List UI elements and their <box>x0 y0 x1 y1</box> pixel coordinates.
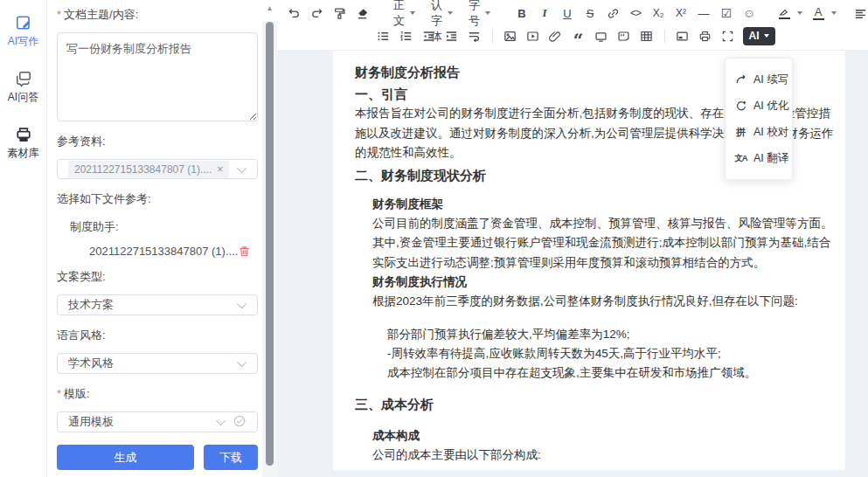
doc-subheading: 财务制度框架 <box>372 195 839 214</box>
superscript-button[interactable]: X² <box>670 3 691 24</box>
ai-optimize-icon <box>734 100 747 112</box>
undo-button[interactable] <box>283 3 304 24</box>
doc-type-value: 技术方案 <box>68 297 240 313</box>
align-button[interactable] <box>850 3 868 24</box>
delete-file-button[interactable] <box>238 245 251 260</box>
template-label: *模版: <box>57 386 258 402</box>
ai-proofread-icon: 拼 <box>734 126 747 139</box>
panel-layout-button[interactable] <box>672 26 693 46</box>
font-color-bar <box>813 18 824 21</box>
font-family-select[interactable]: 默认字体 <box>423 3 461 24</box>
code-block-button[interactable] <box>591 26 612 46</box>
annotation-button[interactable] <box>614 26 635 46</box>
caret-down-icon[interactable] <box>797 11 802 15</box>
clear-format-icon[interactable] <box>351 3 372 24</box>
paragraph-style-select[interactable]: 正文 <box>385 3 423 24</box>
strikethrough-button[interactable]: S <box>580 3 601 24</box>
toolbar-separator <box>492 30 493 43</box>
doc-type-label: 文案类型: <box>57 269 258 285</box>
insert-video-button[interactable] <box>523 26 544 46</box>
link-button[interactable] <box>602 3 623 24</box>
library-icon <box>15 126 32 143</box>
caret-down-icon[interactable] <box>831 11 837 15</box>
subscript-button[interactable]: X₂ <box>648 3 669 24</box>
app-window: AI写作 AI问答 素材库 *文档主题/内容: <box>0 0 868 477</box>
topic-label: *文档主题/内容: <box>57 7 258 23</box>
panel-scrollbar[interactable]: ▲ <box>262 0 277 477</box>
doc-type-select[interactable]: 技术方案 <box>57 294 258 315</box>
language-style-select[interactable]: 学术风格 <box>57 353 258 374</box>
menu-item-ai-translate[interactable]: 文A AI 翻译 <box>726 145 792 171</box>
fullscreen-button[interactable] <box>718 26 739 46</box>
toolbar-row-1: 正文 默认字体 字号 B I U S <> X₂ <box>282 2 865 24</box>
bullet-list-button[interactable] <box>373 26 394 46</box>
sidebar-item-label: AI问答 <box>8 90 38 105</box>
menu-item-ai-proofread[interactable]: 拼 AI 校对 <box>726 119 792 145</box>
menu-item-label: AI 校对 <box>753 125 788 140</box>
doc-subheading: 成本构成 <box>372 426 839 446</box>
indent-button[interactable] <box>441 26 462 46</box>
file-group-label: 制度助手: <box>70 219 258 235</box>
ai-dropdown-menu: AI 续写 AI 优化 拼 AI 校对 文A AI 翻译 <box>725 58 793 180</box>
ai-menu-button[interactable]: AI <box>743 27 775 45</box>
font-color-button[interactable]: A <box>808 3 829 24</box>
redo-button[interactable] <box>306 3 327 24</box>
scrollbar-up-arrow[interactable]: ▲ <box>262 0 277 21</box>
download-button[interactable]: 下载 <box>204 445 258 470</box>
text-wrap-button[interactable] <box>464 26 485 46</box>
code-button[interactable]: <> <box>625 3 646 24</box>
bold-button[interactable]: B <box>511 3 532 24</box>
task-checkbox-button[interactable]: ☑ <box>716 3 737 24</box>
format-painter-button[interactable] <box>329 3 350 24</box>
sidebar-item-ai-writing[interactable]: AI写作 <box>8 14 38 49</box>
blockquote-button[interactable]: “ <box>568 26 589 46</box>
reference-label: 参考资料: <box>57 134 258 149</box>
toolbar-separator <box>664 30 665 43</box>
sidebar-item-ai-qa[interactable]: AI问答 <box>8 70 38 105</box>
reference-select[interactable]: 2021122715133847807 (1).... × <box>57 159 258 180</box>
required-asterisk: * <box>57 8 61 21</box>
font-size-select[interactable]: 字号 <box>461 3 498 24</box>
caret-down-icon <box>410 11 415 15</box>
sidebar-item-material-library[interactable]: 素材库 <box>8 126 39 161</box>
scrollbar-thumb[interactable] <box>266 22 274 466</box>
italic-button[interactable]: I <box>534 3 555 24</box>
print-button[interactable] <box>695 26 716 46</box>
generate-button[interactable]: 生成 <box>57 445 194 470</box>
language-style-value: 学术风格 <box>68 356 240 371</box>
menu-item-ai-continue[interactable]: AI 续写 <box>726 66 792 93</box>
menu-item-label: AI 续写 <box>753 73 788 87</box>
menu-item-label: AI 翻译 <box>753 151 788 166</box>
insert-table-button[interactable] <box>636 26 657 46</box>
ai-translate-icon: 文A <box>734 153 747 164</box>
template-select[interactable]: 通用模板 <box>57 411 258 432</box>
doc-paragraph: 根据2023年前三季度的财务数据,公司整体财务制度执行情况良好,但存在以下问题: <box>372 292 839 312</box>
outdent-button[interactable] <box>419 26 440 46</box>
emoji-button[interactable]: ☺ <box>739 3 760 24</box>
topic-input[interactable]: 写一份财务制度分析报告 <box>57 32 258 121</box>
horizontal-rule-button[interactable]: ― <box>693 3 714 24</box>
doc-heading: 三、成本分析 <box>355 394 839 414</box>
highlight-color-button[interactable] <box>774 3 795 24</box>
menu-item-ai-optimize[interactable]: AI 优化 <box>726 93 792 119</box>
ai-writing-icon <box>15 14 32 31</box>
doc-list-item: 部分部门预算执行偏差较大,平均偏差率为12%; <box>387 325 839 344</box>
underline-button[interactable]: U <box>557 3 578 24</box>
menu-item-label: AI 优化 <box>753 99 788 114</box>
doc-subheading: 财务制度执行情况 <box>372 273 839 292</box>
reference-tag: 2021122715133847807 (1).... × <box>68 161 229 178</box>
caret-down-icon <box>485 11 490 15</box>
toolbar-row-2: “ <box>282 24 865 47</box>
editor-toolbar: 正文 默认字体 字号 B I U S <> X₂ <box>277 0 868 51</box>
form-actions: 生成 下载 <box>57 445 258 470</box>
caret-down-icon <box>764 34 769 38</box>
sidebar-item-label: AI写作 <box>8 34 38 49</box>
ai-continue-icon <box>734 73 747 86</box>
sidebar-item-label: 素材库 <box>8 146 39 161</box>
file-row: 2021122715133847807 (1).... <box>57 245 258 258</box>
insert-image-button[interactable] <box>500 26 521 46</box>
tag-close-icon[interactable]: × <box>217 163 223 176</box>
ordered-list-button[interactable] <box>396 26 417 46</box>
attachment-button[interactable] <box>545 26 566 46</box>
highlight-color-bar <box>779 17 790 20</box>
